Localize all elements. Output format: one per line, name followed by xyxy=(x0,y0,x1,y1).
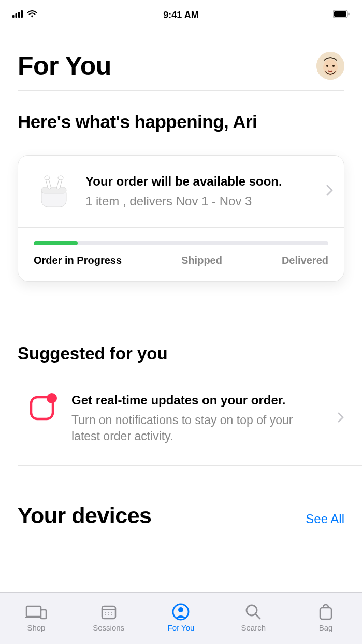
order-status-card[interactable]: Your order will be available soon. 1 ite… xyxy=(18,155,344,282)
greeting-text: Here's what's happening, Ari xyxy=(18,111,344,132)
svg-rect-0 xyxy=(12,15,15,18)
svg-point-29 xyxy=(108,614,109,615)
suggestion-subtitle: Turn on notifications to stay on top of … xyxy=(71,412,323,444)
notification-suggestion-row[interactable]: Get real-time updates on your order. Tur… xyxy=(18,373,344,465)
svg-rect-5 xyxy=(334,11,346,17)
svg-point-9 xyxy=(326,65,328,67)
svg-point-25 xyxy=(105,612,106,613)
progress-stage-in-progress: Order in Progress xyxy=(34,255,122,267)
calendar-icon xyxy=(100,603,117,621)
svg-rect-12 xyxy=(41,187,66,193)
battery-icon xyxy=(333,10,350,20)
svg-point-15 xyxy=(45,176,50,180)
tab-bag[interactable]: Bag xyxy=(289,603,362,632)
suggested-section-title: Suggested for you xyxy=(18,344,344,373)
tab-label: Search xyxy=(241,623,266,632)
order-title: Your order will be available soon. xyxy=(85,174,326,189)
status-time: 9:41 AM xyxy=(163,10,198,21)
svg-rect-35 xyxy=(320,608,331,619)
status-bar: 9:41 AM xyxy=(0,0,362,23)
svg-point-16 xyxy=(58,176,63,180)
order-subtitle: 1 item , delivers Nov 1 - Nov 3 xyxy=(85,194,326,208)
bag-icon xyxy=(318,603,333,621)
order-progress-bar xyxy=(34,241,328,245)
notification-icon xyxy=(28,392,57,423)
shop-icon xyxy=(25,603,47,621)
svg-point-28 xyxy=(105,614,106,615)
svg-point-32 xyxy=(178,607,183,612)
see-all-link[interactable]: See All xyxy=(306,512,344,526)
progress-stage-delivered: Delivered xyxy=(282,255,328,267)
tab-label: Bag xyxy=(319,623,333,632)
chevron-right-icon xyxy=(338,412,344,425)
tab-sessions[interactable]: Sessions xyxy=(73,603,145,632)
your-devices-title: Your devices xyxy=(18,503,152,528)
svg-point-26 xyxy=(108,612,109,613)
chevron-right-icon xyxy=(326,185,334,198)
svg-point-10 xyxy=(332,65,335,67)
svg-rect-20 xyxy=(26,606,41,617)
tab-label: For You xyxy=(168,623,195,632)
svg-point-33 xyxy=(247,605,257,615)
svg-line-34 xyxy=(256,614,260,619)
svg-point-27 xyxy=(111,612,112,613)
order-progress-fill xyxy=(34,241,78,245)
cellular-signal-icon xyxy=(12,10,24,20)
avatar[interactable] xyxy=(316,52,344,80)
tab-label: Shop xyxy=(27,623,45,632)
svg-rect-21 xyxy=(25,617,42,618)
tab-bar: Shop Sessions For You xyxy=(0,592,362,644)
divider xyxy=(18,465,362,466)
person-icon xyxy=(172,603,190,621)
tab-for-you[interactable]: For You xyxy=(145,603,218,632)
svg-rect-2 xyxy=(18,12,20,18)
page-title: For You xyxy=(18,51,111,81)
svg-rect-1 xyxy=(16,13,18,18)
suggestion-title: Get real-time updates on your order. xyxy=(71,392,323,408)
tab-label: Sessions xyxy=(93,623,124,632)
svg-point-30 xyxy=(111,614,112,615)
progress-stage-shipped: Shipped xyxy=(181,255,222,267)
wifi-icon xyxy=(27,10,37,20)
svg-point-8 xyxy=(323,59,338,76)
tab-shop[interactable]: Shop xyxy=(0,603,73,632)
svg-rect-22 xyxy=(41,610,46,619)
search-icon xyxy=(245,603,262,621)
svg-rect-6 xyxy=(349,13,350,16)
svg-rect-3 xyxy=(21,10,23,18)
tab-search[interactable]: Search xyxy=(217,603,289,632)
product-image xyxy=(31,168,77,215)
